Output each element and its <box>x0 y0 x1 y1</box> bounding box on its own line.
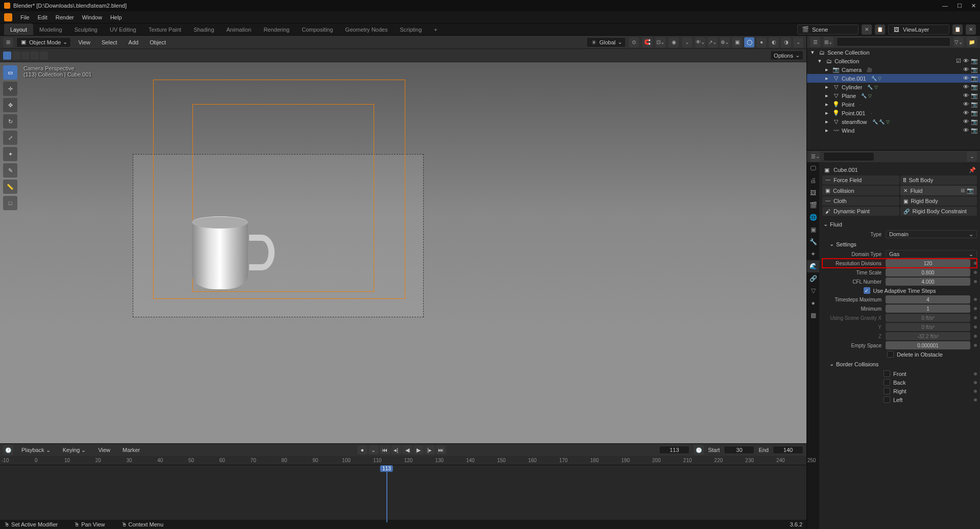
add-cube-tool[interactable]: □ <box>3 196 17 210</box>
tab-uv-editing[interactable]: UV Editing <box>104 23 142 35</box>
chevron-down-icon[interactable]: ▾ <box>816 58 823 64</box>
cursor-tool[interactable]: ✛ <box>3 82 17 96</box>
jump-end-button[interactable]: ⏭ <box>436 445 446 455</box>
empty-space-input[interactable]: 0.000001 <box>886 341 970 349</box>
eye-icon[interactable]: 👁 <box>963 118 969 125</box>
measure-tool[interactable]: 📏 <box>3 180 17 194</box>
scale-tool[interactable]: ⤢ <box>3 131 17 145</box>
anim-dot[interactable] <box>974 316 977 319</box>
ptab-world[interactable]: 🌐 <box>807 211 819 223</box>
options-dropdown[interactable]: Options ⌄ <box>770 51 803 60</box>
ptab-scene[interactable]: 🎬 <box>807 199 819 211</box>
select-mode5-icon[interactable] <box>40 52 48 60</box>
eye-icon[interactable]: 👁 <box>963 58 969 64</box>
ptab-modifiers[interactable]: 🔧 <box>807 236 819 248</box>
render-icon[interactable]: 📷 <box>971 118 978 125</box>
annotate-tool[interactable]: ✎ <box>3 163 17 178</box>
shading-matprev-button[interactable]: ◐ <box>769 37 779 47</box>
menu-file[interactable]: File <box>16 14 34 20</box>
render-icon[interactable]: 📷 <box>971 101 978 108</box>
chevron-right-icon[interactable]: ▸ <box>823 127 830 134</box>
end-frame-input[interactable]: 140 <box>773 446 803 454</box>
marker-menu[interactable]: Marker <box>118 447 144 453</box>
add-menu[interactable]: Add <box>125 39 143 45</box>
shading-wireframe-button[interactable]: ◯ <box>744 37 754 47</box>
delete-obstacle-checkbox[interactable] <box>887 351 894 358</box>
chevron-right-icon[interactable]: ▸ <box>823 92 830 99</box>
xray-button[interactable]: ▣ <box>732 37 742 47</box>
menu-render[interactable]: Render <box>52 14 78 20</box>
outliner-display-mode-button[interactable]: ⊞⌄ <box>823 37 834 47</box>
check-icon[interactable]: ☑ <box>956 58 961 64</box>
border-front-checkbox[interactable] <box>884 370 890 377</box>
prev-key-button[interactable]: ◂| <box>391 445 401 455</box>
dynamic-paint-button[interactable]: 🖌 Dynamic Paint <box>822 207 899 216</box>
properties-search-input[interactable] <box>823 152 874 161</box>
anim-dot[interactable] <box>974 262 977 265</box>
time-scale-input[interactable]: 0.800 <box>886 268 970 276</box>
rigid-body-button[interactable]: ▣ Rigid Body <box>900 196 977 206</box>
select-mode2-icon[interactable] <box>12 52 20 60</box>
scene-selector[interactable]: 🎬 Scene <box>797 24 859 35</box>
anim-dot[interactable] <box>974 344 977 347</box>
render-icon[interactable]: 📷 <box>971 58 978 64</box>
ts-min-input[interactable]: 1 <box>886 305 970 313</box>
proportional-edit-button[interactable]: ◉ <box>669 37 679 47</box>
border-back-row[interactable]: Back <box>822 378 977 387</box>
visibility-button[interactable]: 👁⌄ <box>695 37 705 47</box>
render-icon[interactable]: 📷 <box>971 66 978 73</box>
start-frame-input[interactable]: 30 <box>724 446 754 454</box>
timeline-ruler[interactable]: -100102030405060708090100110120130140150… <box>0 456 806 465</box>
chevron-right-icon[interactable]: ▸ <box>823 101 830 108</box>
jump-start-button[interactable]: ⏮ <box>380 445 390 455</box>
border-collisions-header[interactable]: ⌄ Border Collisions <box>822 359 977 369</box>
eye-icon[interactable]: 👁 <box>963 101 969 108</box>
settings-panel-header[interactable]: ⌄ Settings <box>822 239 977 249</box>
snap-options-button[interactable]: ⊡⌄ <box>655 37 666 47</box>
overlays-button[interactable]: ⊕⌄ <box>720 37 730 47</box>
tab-compositing[interactable]: Compositing <box>296 23 339 35</box>
gizmo-button[interactable]: ↗⌄ <box>707 37 718 47</box>
outliner-item[interactable]: ▸ ▽ steamflow 🔧 🔧 ▽ 👁📷 <box>807 117 980 126</box>
viewlayer-new-button[interactable]: 📋 <box>952 24 963 35</box>
eye-icon[interactable]: 👁 <box>963 75 969 82</box>
anim-dot[interactable] <box>974 280 977 283</box>
playhead[interactable] <box>386 465 387 522</box>
next-key-button[interactable]: |▸ <box>425 445 435 455</box>
tab-sculpting[interactable]: Sculpting <box>68 23 104 35</box>
select-tool[interactable]: ▭ <box>3 65 17 80</box>
ts-max-input[interactable]: 4 <box>886 295 970 304</box>
pin-icon[interactable]: 📌 <box>969 166 976 173</box>
rigid-body-constraint-button[interactable]: 🔗 Rigid Body Constraint <box>900 207 977 216</box>
outliner-new-collection-button[interactable]: 📁 <box>967 37 977 47</box>
timeline-view-menu[interactable]: View <box>94 447 114 453</box>
outliner-item[interactable]: ▸ 📷 Camera 🎥 👁📷 <box>807 65 980 74</box>
playback-menu[interactable]: Playback ⌄ <box>17 447 55 454</box>
shading-rendered-button[interactable]: ◑ <box>781 37 791 47</box>
3d-viewport[interactable]: ▭ ✛ ✥ ↻ ⤢ ✦ ✎ 📏 □ Camera Perspective (11… <box>0 62 806 443</box>
delete-obstacle-row[interactable]: Delete in Obstacle <box>822 350 977 359</box>
fluid-panel-header[interactable]: ⌄ Fluid <box>822 219 977 230</box>
eye-icon[interactable]: 👁 <box>963 84 969 90</box>
chevron-right-icon[interactable]: ▸ <box>823 66 830 73</box>
soft-body-button[interactable]: 〿 Soft Body <box>900 175 977 185</box>
viewlayer-selector[interactable]: 🖼 ViewLayer <box>888 24 949 35</box>
timeline-tracks[interactable]: 113 <box>0 465 806 520</box>
tab-rendering[interactable]: Rendering <box>257 23 296 35</box>
menu-edit[interactable]: Edit <box>34 14 52 20</box>
outliner-filter-button[interactable]: ▽⌄ <box>953 37 964 47</box>
outliner-item[interactable]: ▸ 💡 Point.001 · 👁📷 <box>807 109 980 117</box>
border-right-row[interactable]: Right <box>822 387 977 395</box>
ptab-viewlayer[interactable]: 🖼 <box>807 187 819 199</box>
close-button[interactable]: ✕ <box>971 3 976 9</box>
render-icon[interactable]: 📷 <box>971 84 978 90</box>
ptab-physics[interactable]: 🌊 <box>807 260 819 272</box>
ptab-texture[interactable]: ▦ <box>807 309 819 321</box>
outliner-root[interactable]: ▾ 🗂 Scene Collection <box>807 48 980 57</box>
chevron-right-icon[interactable]: ▸ <box>823 110 830 116</box>
props-editor-type-button[interactable]: ☰⌄ <box>810 152 820 162</box>
outliner-editor-type-button[interactable]: ☰ <box>810 37 820 47</box>
view-menu[interactable]: View <box>74 39 94 45</box>
anim-dot[interactable] <box>974 398 977 401</box>
viewlayer-remove-button[interactable]: ✕ <box>966 24 976 35</box>
